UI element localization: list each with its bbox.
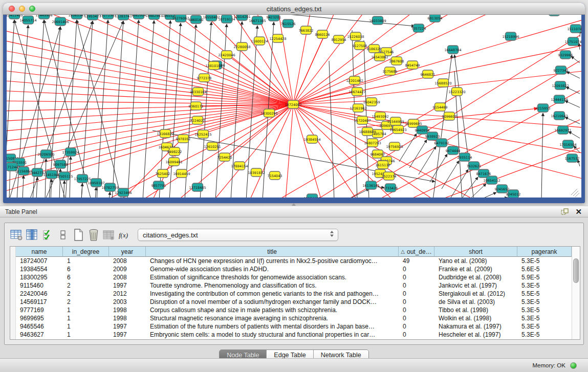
graph-edge — [565, 101, 580, 107]
table-row[interactable]: 1456911722003Disruption of a novel membe… — [16, 298, 572, 306]
citation-network-graph[interactable]: 1241140514055714174499062069140619565341… — [7, 15, 581, 198]
graph-node-label: 16136141 — [362, 184, 379, 188]
graph-node-label: 10330164 — [189, 90, 206, 94]
graph-node[interactable] — [549, 15, 560, 16]
table-cell: Stergiakouli et al. (2012) — [434, 290, 517, 298]
column-header[interactable]: name — [16, 247, 63, 257]
graph-node-label: 17957225 — [74, 177, 91, 181]
table-row[interactable]: 946362711997Embryonic stem cells: a mode… — [16, 331, 572, 339]
graph-node-label: 9474444 — [446, 149, 461, 153]
dropdown-stepper-icon — [330, 230, 334, 239]
graph-node-label: 13810102 — [205, 64, 222, 68]
table-toolbar: f(x) citations_edges.txt — [5, 223, 583, 245]
graph-node-label: 7615526 — [281, 22, 296, 26]
table-row[interactable]: 1938455462009Genome-wide association stu… — [16, 265, 572, 273]
table-row[interactable]: 1872400712008Changes of HCN gene express… — [16, 257, 572, 265]
graph-node-label: 22420046 — [218, 53, 235, 57]
column-header[interactable]: short — [434, 247, 517, 257]
column-header[interactable]: in_degree — [63, 247, 109, 257]
graph-node-label: 17449906 — [35, 15, 52, 17]
graph-edge — [283, 15, 415, 26]
table-cell: 5.3E-5 — [517, 314, 572, 322]
table-cell: Jankovic et al. (1997) — [434, 281, 517, 290]
graph-node-label: 9862904 — [132, 15, 146, 17]
column-header[interactable]: title — [146, 247, 399, 257]
table-cell: 1 — [63, 306, 109, 314]
table-cell: 18724007 — [16, 257, 63, 265]
table-panel-title: Table Panel — [5, 208, 37, 215]
graph-node-label: 8471676 — [476, 172, 491, 176]
table-cell: Corpus callosum shape and size in male p… — [146, 306, 399, 314]
table-cell: 0 — [399, 273, 434, 281]
select-checks-icon[interactable] — [40, 228, 54, 242]
canvas-resize-grip[interactable] — [571, 189, 579, 197]
table-cell: Changes of HCN gene expression and I(f) … — [146, 257, 399, 265]
graph-node-label: 16914459 — [173, 172, 190, 176]
svg-text:f(x): f(x) — [119, 231, 128, 239]
table-select-dropdown[interactable]: citations_edges.txt — [138, 229, 338, 241]
close-panel-icon[interactable]: ✕ — [575, 208, 582, 215]
graph-node-label: 9329966 — [558, 53, 573, 57]
column-header-label: name — [31, 248, 47, 255]
graph-edge — [255, 15, 293, 104]
graph-node-label: 15218996 — [502, 35, 519, 39]
new-document-icon[interactable] — [71, 228, 85, 242]
graph-node-label: 9440954 — [415, 128, 430, 133]
row-list-icon[interactable] — [56, 228, 70, 242]
network-canvas[interactable]: 1241140514055714174499062069140619565341… — [7, 15, 581, 198]
table-header-row: namein_degreeyeartitle△out_de…shortpager… — [16, 247, 572, 257]
graph-node-label: 16099481 — [165, 160, 182, 164]
table-row[interactable]: 977716911998Corpus callosum shape and si… — [16, 306, 572, 314]
graph-node-label: 16558402 — [203, 15, 220, 19]
column-header[interactable]: △out_de… — [399, 247, 434, 257]
graph-node-label: 12201462 — [346, 79, 363, 83]
graph-node-label: 7357224 — [411, 27, 426, 31]
table-row[interactable]: 1830029562008Estimation of significance … — [16, 273, 572, 281]
table-cell: Disruption of a novel member of a sodium… — [146, 298, 399, 306]
table-scrollbar[interactable] — [572, 247, 580, 339]
graph-node-label: 9097588 — [53, 163, 68, 167]
function-builder-icon[interactable]: f(x) — [117, 228, 131, 242]
graph-node-label: 10391832 — [248, 171, 265, 175]
scrollbar-thumb[interactable] — [573, 258, 579, 283]
graph-edge — [566, 87, 580, 94]
graph-edge — [567, 72, 580, 78]
column-header[interactable]: year — [109, 247, 146, 257]
table-settings-icon[interactable] — [10, 228, 24, 242]
table-row[interactable]: 2242004622012Investigating the contribut… — [16, 290, 572, 298]
graph-node-label: 15276062 — [172, 16, 189, 20]
graph-node-label: 7154043 — [268, 174, 282, 178]
graph-node-label: 12134415 — [303, 196, 320, 198]
float-panel-icon[interactable] — [561, 208, 569, 215]
table-cell: 5.3E-5 — [517, 322, 572, 331]
table-row[interactable]: 911546021997Tourette syndrome. Phenomeno… — [16, 281, 572, 290]
graph-node-label: 17359924 — [62, 150, 79, 155]
delete-table-icon-disabled[interactable] — [102, 228, 116, 242]
trash-icon[interactable] — [86, 228, 100, 242]
table-select-value: citations_edges.txt — [143, 231, 330, 239]
graph-node-label: 12953471 — [84, 15, 101, 18]
graph-node-label: 15692971 — [554, 128, 571, 133]
graph-edge — [137, 15, 293, 104]
table-row[interactable]: 946554611997Estimation of the future num… — [16, 322, 572, 331]
graph-node-label: 9857791 — [151, 184, 166, 188]
table-cell: 1998 — [109, 314, 146, 322]
table-cell: 5.9E-5 — [517, 273, 572, 281]
graph-node-label: 12444134 — [551, 98, 568, 102]
graph-node-label: 8215953 — [536, 106, 551, 111]
graph-edge — [578, 160, 580, 166]
node-table[interactable]: namein_degreeyeartitle△out_de…shortpager… — [10, 246, 580, 340]
table-cell: 5.6E-5 — [517, 265, 572, 273]
column-select-icon[interactable] — [25, 228, 39, 242]
column-header[interactable]: pagerank — [517, 247, 572, 257]
graph-node-label: 18300295 — [260, 112, 277, 116]
window-titlebar: citations_edges.txt — [3, 3, 585, 15]
graph-node-label: 9227343 — [554, 69, 569, 73]
table-row[interactable]: 969969511998Structural magnetic resonanc… — [16, 314, 572, 322]
graph-node-label: 6460160 — [189, 18, 204, 22]
graph-edge — [442, 161, 459, 189]
table-cell: Investigating the contribution of common… — [146, 290, 399, 298]
graph-node-label: 9127508 — [353, 44, 367, 48]
table-cell: 2009 — [109, 265, 146, 273]
graph-edge — [143, 20, 154, 198]
